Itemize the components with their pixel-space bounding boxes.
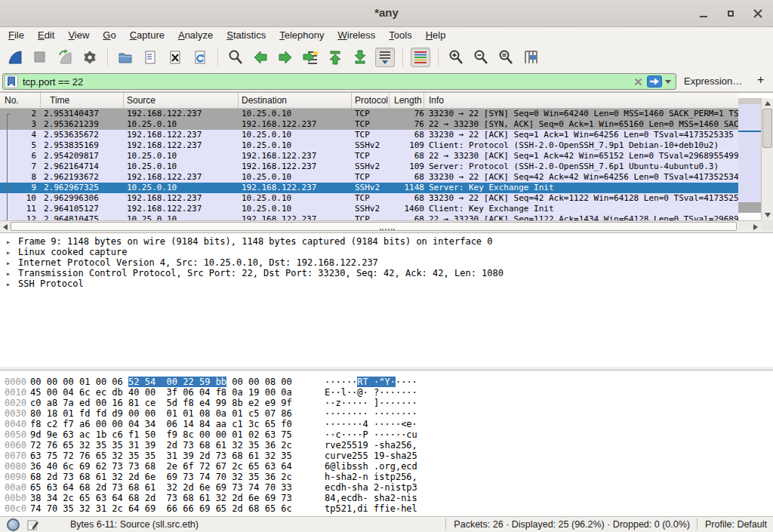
scroll-right-icon[interactable] xyxy=(753,224,758,230)
column-header-time[interactable]: Time xyxy=(41,93,124,108)
detail-line[interactable]: ▸Linux cooked capture xyxy=(0,247,773,257)
vertical-scrollbar-thumb[interactable] xyxy=(762,109,772,148)
packet-row[interactable]: 32.95362123910.25.0.10192.168.122.237TCP… xyxy=(0,119,738,130)
packet-row[interactable]: 82.962193672192.168.122.23710.25.0.10TCP… xyxy=(0,172,738,183)
bookmark-icon[interactable] xyxy=(5,75,18,88)
open-file-button[interactable] xyxy=(115,48,135,67)
expand-arrow-icon[interactable]: ▸ xyxy=(0,269,18,279)
close-button[interactable] xyxy=(749,5,767,23)
colorize-toggle[interactable] xyxy=(411,48,430,67)
hex-row[interactable]: 000000 00 00 01 00 06 52 54 00 22 59 bb … xyxy=(0,377,773,387)
menu-item-wireless[interactable]: Wireless xyxy=(331,29,383,42)
expression-button[interactable]: Expression… xyxy=(684,75,742,87)
menu-item-telephony[interactable]: Telephony xyxy=(273,29,331,42)
resize-columns-button[interactable] xyxy=(521,48,540,67)
expert-info-icon[interactable] xyxy=(7,518,20,531)
detail-line[interactable]: ▸Internet Protocol Version 4, Src: 10.25… xyxy=(0,257,773,268)
packet-row[interactable]: 52.953835169192.168.122.23710.25.0.10SSH… xyxy=(0,140,738,151)
menu-item-edit[interactable]: Edit xyxy=(31,29,61,42)
packet-row[interactable]: 102.962996306192.168.122.23710.25.0.10TC… xyxy=(0,193,738,204)
packet-row[interactable]: 62.95420981710.25.0.10192.168.122.237TCP… xyxy=(0,151,738,161)
hex-row[interactable]: 006072 76 65 32 35 35 31 39 2d 73 68 61 … xyxy=(0,440,773,451)
expand-arrow-icon[interactable]: ▸ xyxy=(0,237,18,248)
save-file-button[interactable] xyxy=(140,48,160,67)
maximize-button[interactable] xyxy=(722,5,740,23)
add-filter-button[interactable]: + xyxy=(757,73,764,87)
hex-row[interactable]: 00a065 63 64 68 2d 73 68 61 32 2d 6e 69 … xyxy=(0,482,773,493)
packet-row[interactable]: 112.964105127192.168.122.23710.25.0.10SS… xyxy=(0,204,738,214)
vertical-scrollbar[interactable] xyxy=(761,98,773,220)
go-first-button[interactable] xyxy=(325,48,345,67)
hex-row[interactable]: 00509d 9e 63 ac 1b c6 f1 50 f9 8c 00 00 … xyxy=(0,429,773,440)
capture-stop-button[interactable] xyxy=(30,48,50,67)
reload-file-button[interactable] xyxy=(190,48,210,67)
expand-arrow-icon[interactable]: ▸ xyxy=(0,248,18,258)
column-header-no[interactable]: No. xyxy=(0,93,41,108)
zoom-100-button[interactable] xyxy=(496,48,516,67)
packet-row[interactable]: 42.953635672192.168.122.23710.25.0.10TCP… xyxy=(0,130,738,140)
go-to-packet-button[interactable] xyxy=(300,48,320,67)
filter-dropdown-icon[interactable] xyxy=(665,80,671,84)
menu-item-file[interactable]: File xyxy=(2,29,31,42)
toolbar-separator xyxy=(107,48,108,66)
hex-offset: 0060 xyxy=(5,440,30,451)
menu-item-statistics[interactable]: Statistics xyxy=(220,29,273,42)
apply-filter-button[interactable] xyxy=(647,75,662,88)
expand-arrow-icon[interactable]: ▸ xyxy=(0,279,18,290)
packet-cell-destination: 10.25.0.10 xyxy=(239,172,352,183)
packet-row[interactable]: 22.953140437192.168.122.23710.25.0.10TCP… xyxy=(0,109,738,119)
scroll-down-icon[interactable] xyxy=(765,213,771,217)
hex-row[interactable]: 0020c0 a8 7a ed 00 16 81 ce 5d f8 e4 99 … xyxy=(0,398,773,408)
column-header-destination[interactable]: Destination xyxy=(239,93,352,108)
capture-comment-icon[interactable] xyxy=(27,519,38,530)
menu-item-help[interactable]: Help xyxy=(419,29,453,42)
find-packet-button[interactable] xyxy=(226,48,245,67)
packet-row[interactable]: 122.96481047510.25.0.10192.168.122.237TC… xyxy=(0,214,738,220)
column-header-source[interactable]: Source xyxy=(124,93,239,108)
expand-arrow-icon[interactable]: ▸ xyxy=(0,258,18,269)
hex-row[interactable]: 001045 00 04 6c ec db 40 00 3f 06 04 f8 … xyxy=(0,387,773,398)
minimize-button[interactable] xyxy=(694,5,713,23)
packet-row[interactable]: 92.96296732510.25.0.10192.168.122.237SSH… xyxy=(0,183,738,193)
auto-scroll-toggle[interactable] xyxy=(375,48,395,67)
column-header-info[interactable]: Info xyxy=(424,93,738,108)
detail-line[interactable]: ▸Transmission Control Protocol, Src Port… xyxy=(0,268,773,278)
menu-item-view[interactable]: View xyxy=(61,29,96,42)
detail-line[interactable]: ▸SSH Protocol xyxy=(0,278,773,289)
hex-row[interactable]: 003080 18 01 fd fd d9 00 00 01 01 08 0a … xyxy=(0,408,773,419)
menu-item-capture[interactable]: Capture xyxy=(123,29,171,42)
column-header-protocol[interactable]: Protocol xyxy=(352,93,390,108)
hex-row[interactable]: 008036 40 6c 69 62 73 73 68 2e 6f 72 67 … xyxy=(0,461,773,472)
pane-splitter-grip[interactable] xyxy=(380,229,395,230)
menu-item-analyze[interactable]: Analyze xyxy=(171,29,220,42)
hex-row[interactable]: 00c074 70 35 32 31 2c 64 69 66 66 69 65 … xyxy=(0,503,773,514)
scroll-up-icon[interactable] xyxy=(765,101,771,106)
packet-row[interactable]: 72.96216471410.25.0.10192.168.122.237SSH… xyxy=(0,161,738,172)
capture-start-button[interactable] xyxy=(5,48,25,67)
close-file-button[interactable] xyxy=(165,48,185,67)
go-forward-button[interactable] xyxy=(276,48,295,67)
detail-line[interactable]: ▸Frame 9: 1148 bytes on wire (9184 bits)… xyxy=(0,236,773,247)
hex-row[interactable]: 0040f8 c2 f7 a6 00 00 04 34 06 14 84 aa … xyxy=(0,419,773,429)
packet-cell-info: Client: Protocol (SSH-2.0-OpenSSH_7.9p1 … xyxy=(424,140,738,151)
hex-bytes-highlight: 52 54 00 22 59 bb xyxy=(128,377,226,387)
scroll-left-icon[interactable] xyxy=(3,224,8,230)
go-back-button[interactable] xyxy=(251,48,270,67)
hex-row[interactable]: 00b038 34 2c 65 63 64 68 2d 73 68 61 32 … xyxy=(0,493,773,503)
zoom-100-icon xyxy=(497,49,514,66)
zoom-in-button[interactable] xyxy=(446,48,466,67)
go-last-button[interactable] xyxy=(350,48,370,67)
menu-item-go[interactable]: Go xyxy=(96,29,122,42)
capture-restart-button[interactable] xyxy=(55,48,75,67)
intelligent-scrollbar-minimap[interactable] xyxy=(738,98,761,220)
hex-row[interactable]: 009068 2d 73 68 61 32 2d 6e 69 73 74 70 … xyxy=(0,472,773,482)
capture-options-button[interactable] xyxy=(80,48,100,67)
menu-item-tools[interactable]: Tools xyxy=(382,29,418,42)
clear-filter-icon[interactable] xyxy=(632,75,644,88)
hex-row[interactable]: 007063 75 72 76 65 32 35 35 31 39 2d 73 … xyxy=(0,451,773,461)
horizontal-scrollbar-thumb[interactable] xyxy=(11,222,737,231)
display-filter-input[interactable]: tcp.port == 22 xyxy=(2,73,676,90)
column-header-length[interactable]: Length xyxy=(390,93,424,108)
packet-cell-destination: 10.25.0.10 xyxy=(239,109,352,119)
zoom-out-button[interactable] xyxy=(471,48,491,67)
